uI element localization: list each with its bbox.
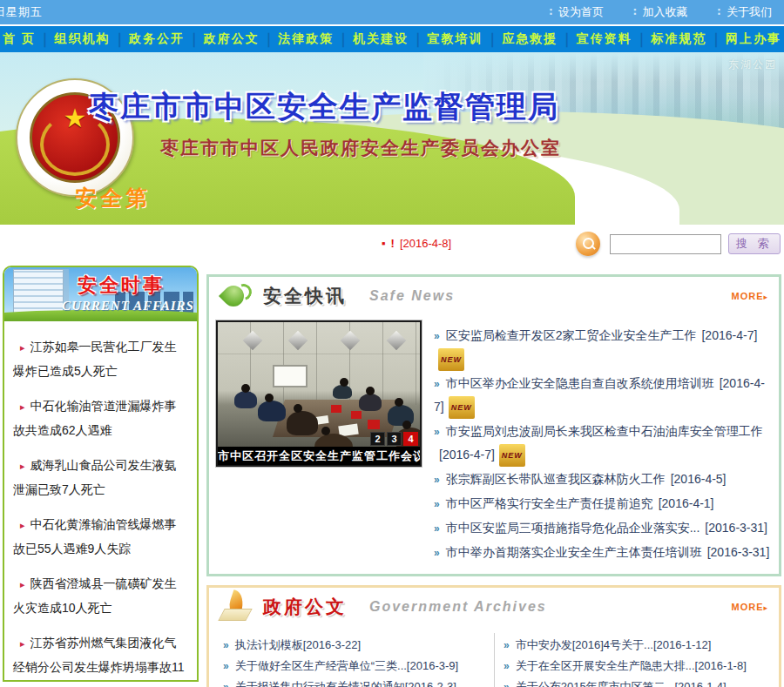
news-link[interactable]: 区安监局检查开发区2家工贸企业安全生产工作: [446, 328, 697, 342]
main-column: 安全快讯 Safe News MORE▸: [206, 274, 781, 687]
nav-item-emergency[interactable]: 应急救援: [502, 31, 558, 47]
photo-caption: 市中区召开全区安全生产监管工作会议: [218, 447, 420, 465]
news-date: [2016-4-5]: [671, 472, 727, 486]
list-item[interactable]: »市中区举办企业安全隐患自查自改系统使用培训班[2016-4-7]NEW: [434, 372, 770, 419]
nav-item-training[interactable]: 宣教培训: [428, 31, 483, 47]
nav-separator: ｜: [560, 30, 574, 49]
arrow-icon: »: [434, 498, 440, 510]
news-photo-carousel[interactable]: 2 3 4 市中区召开全区安全生产监管工作会议: [216, 320, 422, 467]
list-item[interactable]: ▸江苏省苏州燃气集团液化气经销分公司发生爆炸坍塌事故11人死亡: [13, 631, 188, 682]
add-favorite-link[interactable]: ∶加入收藏: [633, 4, 688, 20]
date-value: [2016-4-8]: [400, 237, 451, 250]
page-button-4-active[interactable]: 4: [403, 432, 418, 446]
nav-item-agency-building[interactable]: 机关建设: [353, 31, 409, 47]
nav-item-standards[interactable]: 标准规范: [651, 31, 706, 47]
news-link[interactable]: 市中区举办企业安全隐患自查自改系统使用培训班: [446, 376, 714, 390]
gov-docs-right-column: »市中安办发[2016]4号关于...[2016-1-12] »关于在全区开展安…: [494, 633, 774, 687]
photo-window: [273, 365, 308, 387]
list-item[interactable]: »市安监局刘忠波副局长来我区检查中石油油库安全管理工作[2016-4-7]NEW: [434, 420, 770, 467]
arrow-icon: »: [504, 681, 510, 687]
section-subtitle: Government Archives: [369, 599, 547, 615]
nav-item-organization[interactable]: 组织机构: [54, 31, 110, 47]
list-item[interactable]: »执法计划模板[2016-3-22]: [223, 635, 487, 656]
site-title-block: 枣庄市市中区安全生产监督管理局 枣庄市市中区人民政府安全生产委员会办公室: [89, 87, 561, 160]
section-subtitle: Safe News: [369, 288, 455, 304]
nav-item-home[interactable]: 首 页: [3, 31, 36, 47]
list-item[interactable]: »关于报送集中行动有关情况的通知[2016-2-3]: [223, 677, 487, 687]
list-item[interactable]: »市中区安监局三项措施指导危化品企业落实安...[2016-3-31]: [434, 516, 770, 540]
list-item[interactable]: ▸威海乳山食品公司发生液氨泄漏已致7人死亡: [13, 454, 188, 502]
doc-link[interactable]: 关于在全区开展安全生产隐患大排...: [516, 659, 695, 672]
photo-detail: [368, 420, 380, 429]
corner-watermark: 东湖公园: [728, 57, 777, 72]
more-link[interactable]: MORE▸: [731, 291, 768, 301]
nav-separator: ｜: [411, 30, 425, 49]
nav-item-laws[interactable]: 法律政策: [278, 31, 334, 47]
list-item[interactable]: »关于公布2015年度市中区第二...[2016-1-4]: [504, 677, 767, 687]
new-badge: NEW: [449, 396, 475, 419]
nav-separator: ｜: [709, 30, 723, 49]
dots-icon: ∶: [717, 6, 720, 18]
list-item[interactable]: »张宗辉副区长带队巡查我区森林防火工作[2016-4-5]: [434, 468, 770, 491]
gov-docs-section: 政府公文 Government Archives MORE▸ »执法计划模板[2…: [206, 585, 781, 687]
site-subtitle: 枣庄市市中区人民政府安全生产委员会办公室: [160, 136, 561, 160]
arrow-icon: ▸: [20, 638, 25, 649]
doc-link[interactable]: 关于做好全区生产经营单位“三类...: [235, 659, 407, 672]
doc-link[interactable]: 执法计划模板: [235, 638, 303, 651]
list-item[interactable]: ▸中石化黄潍输油管线爆燃事故已55人遇难9人失踪: [13, 513, 188, 561]
nav-item-publicity[interactable]: 宣传资料: [577, 31, 632, 47]
search-icon[interactable]: [576, 232, 600, 256]
date-label: ▪![2016-4-8]: [382, 237, 451, 250]
safety-slogan: 安全第: [75, 184, 151, 212]
arrow-icon: ▸: [20, 461, 25, 471]
page-button-3[interactable]: 3: [387, 432, 402, 446]
news-link[interactable]: 市中区安监局三项措施指导危化品企业落实安...: [446, 521, 700, 535]
news-text: 威海乳山食品公司发生液氨泄漏已致7人死亡: [13, 458, 177, 496]
sidebar-header: 安全时事 CURRENT AFFAIRS: [4, 267, 197, 321]
list-item[interactable]: »市中举办首期落实企业安全生产主体责任培训班[2016-3-31]: [434, 541, 770, 564]
nav-separator: ｜: [262, 30, 276, 49]
news-date: [2016-4-7]: [439, 448, 495, 461]
news-link[interactable]: 市中举办首期落实企业安全生产主体责任培训班: [446, 545, 702, 559]
news-link[interactable]: 市安监局刘忠波副局长来我区检查中石油油库安全管理工作: [446, 424, 763, 438]
more-label: MORE: [731, 602, 763, 612]
news-link[interactable]: 市中区严格实行安全生产责任提前追究: [446, 496, 653, 510]
arrow-icon: »: [504, 660, 510, 672]
news-link[interactable]: 张宗辉副区长带队巡查我区森林防火工作: [446, 472, 666, 486]
nav-separator: ｜: [336, 30, 350, 49]
doc-link[interactable]: 关于报送集中行动有关情况的通知: [235, 680, 405, 687]
list-item[interactable]: »市中安办发[2016]4号关于...[2016-1-12]: [504, 635, 767, 656]
doc-link[interactable]: 关于公布2015年度市中区第二...: [516, 680, 675, 687]
more-label: MORE: [731, 291, 763, 301]
sidebar-news-list: ▸江苏如皋一民营化工厂发生爆炸已造成5人死亡 ▸中石化输油管道泄漏爆炸事故共造成…: [4, 321, 197, 682]
current-date-text: 日星期五: [0, 4, 43, 20]
safe-news-header: 安全快讯 Safe News MORE▸: [209, 277, 779, 315]
list-item[interactable]: »市中区严格实行安全生产责任提前追究[2016-4-1]: [434, 492, 770, 515]
nav-item-gov-documents[interactable]: 政府公文: [204, 31, 260, 47]
doc-link[interactable]: 市中安办发[2016]4号关于...: [516, 638, 653, 651]
list-item[interactable]: »关于做好全区生产经营单位“三类...[2016-3-9]: [223, 656, 487, 677]
news-date: [2016-4-7]: [701, 328, 757, 342]
news-text: 江苏省苏州燃气集团液化气经销分公司发生爆炸坍塌事故11人死亡: [13, 636, 185, 682]
search-button[interactable]: 搜 索: [728, 233, 781, 254]
list-item[interactable]: ▸陕西省澄城县一硫磺矿发生火灾造成10人死亡: [13, 572, 188, 620]
list-item[interactable]: ▸中石化输油管道泄漏爆炸事故共造成62人遇难: [13, 394, 188, 442]
search-input[interactable]: [610, 234, 721, 254]
nav-item-gov-affairs[interactable]: 政务公开: [129, 31, 185, 47]
news-date: [2016-4-1]: [659, 496, 714, 510]
main-nav: 首 页｜ 组织机构｜ 政务公开｜ 政府公文｜ 法律政策｜ 机关建设｜ 宣教培训｜…: [0, 24, 784, 52]
arrow-icon: ▸: [20, 401, 25, 412]
more-link[interactable]: MORE▸: [731, 602, 768, 612]
list-item[interactable]: ▸江苏如皋一民营化工厂发生爆炸已造成5人死亡: [13, 335, 188, 383]
news-text: 陕西省澄城县一硫磺矿发生火灾造成10人死亡: [13, 576, 177, 615]
doc-date: [2016-1-8]: [695, 659, 747, 672]
about-us-link[interactable]: ∶关于我们: [717, 4, 772, 20]
set-homepage-link[interactable]: ∶设为首页: [549, 4, 604, 20]
nav-item-online-service[interactable]: 网上办事: [726, 31, 781, 47]
date-search-bar: ▪![2016-4-8] 搜 索: [0, 225, 784, 266]
nav-separator: ｜: [635, 30, 649, 49]
list-item[interactable]: »区安监局检查开发区2家工贸企业安全生产工作[2016-4-7]NEW: [434, 324, 770, 371]
news-text: 中石化输油管道泄漏爆炸事故共造成62人遇难: [13, 399, 177, 437]
list-item[interactable]: »关于在全区开展安全生产隐患大排...[2016-1-8]: [504, 656, 767, 677]
page-button-2[interactable]: 2: [370, 432, 385, 446]
